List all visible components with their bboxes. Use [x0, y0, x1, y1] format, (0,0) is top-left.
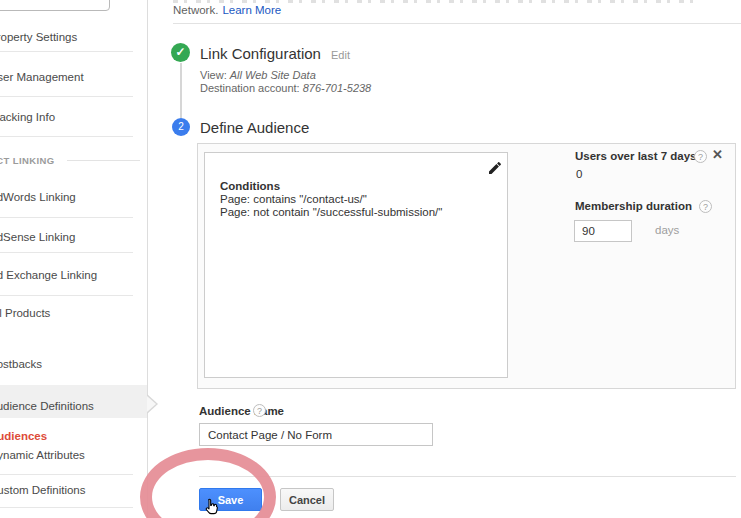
- divider: [0, 295, 133, 296]
- divider: [0, 252, 133, 253]
- search-input[interactable]: [0, 0, 110, 11]
- save-button[interactable]: Save: [199, 488, 262, 511]
- divider: [0, 51, 133, 52]
- step1-destination-line: Destination account: 876-701-5238: [200, 82, 371, 94]
- sidebar-item-custom-definitions[interactable]: Custom Definitions: [0, 484, 86, 497]
- divider: [0, 136, 133, 137]
- membership-duration-input[interactable]: [574, 220, 632, 242]
- step1-title: Link Configuration: [200, 45, 321, 62]
- sidebar-section-product-linking: PRODUCT LINKING: [0, 155, 55, 166]
- sidebar-item-tracking-info[interactable]: Tracking Info: [0, 111, 55, 124]
- sidebar-item-postbacks[interactable]: Postbacks: [0, 358, 42, 371]
- intro-sentence-end: Network.: [173, 4, 218, 16]
- edit-pencil-icon[interactable]: [487, 160, 503, 176]
- divider: [0, 96, 133, 97]
- selected-section-arrow-icon: [147, 396, 156, 412]
- destination-value: 876-701-5238: [303, 82, 372, 94]
- condition-rule: Page: not contain "/successful-submissio…: [220, 206, 442, 218]
- stepper-connector: [180, 63, 182, 118]
- conditions-title: Conditions: [220, 180, 280, 192]
- sidebar-item-audience-definitions[interactable]: Audience Definitions: [0, 400, 94, 413]
- cancel-button[interactable]: Cancel: [280, 488, 334, 511]
- help-icon[interactable]: ?: [699, 200, 712, 213]
- audience-name-input[interactable]: [199, 423, 433, 446]
- help-icon[interactable]: ?: [694, 150, 707, 163]
- close-icon[interactable]: ✕: [712, 148, 723, 161]
- divider: [0, 217, 133, 218]
- step2-badge: 2: [172, 118, 190, 136]
- divider: [173, 23, 741, 24]
- sidebar-item-adsense-linking[interactable]: AdSense Linking: [0, 231, 75, 244]
- sidebar-item-all-products[interactable]: All Products: [0, 307, 50, 320]
- edit-link[interactable]: Edit: [331, 49, 350, 61]
- divider: [67, 160, 140, 161]
- step1-check-icon: ✓: [171, 43, 190, 62]
- admin-sidebar: Property Settings User Management Tracki…: [0, 0, 148, 518]
- audience-name-label: Audience name: [199, 405, 284, 417]
- sidebar-item-adwords-linking[interactable]: AdWords Linking: [0, 191, 76, 204]
- sidebar-item-dynamic-attributes[interactable]: Dynamic Attributes: [0, 449, 85, 462]
- sidebar-item-audiences[interactable]: Audiences: [0, 430, 47, 443]
- view-label: View:: [200, 69, 227, 81]
- help-icon[interactable]: ?: [253, 404, 266, 417]
- step1-view-line: View: All Web Site Data: [200, 69, 316, 81]
- membership-duration-label: Membership duration: [575, 200, 692, 212]
- sidebar-item-property-settings[interactable]: Property Settings: [0, 31, 77, 44]
- analytics-admin-page: Property Settings User Management Tracki…: [0, 0, 741, 518]
- destination-label: Destination account:: [200, 82, 300, 94]
- clipped-text-fragment: [173, 0, 693, 3]
- users-7days-label: Users over last 7 days: [575, 150, 696, 162]
- condition-rule: Page: contains "/contact-us/": [220, 193, 367, 205]
- step2-title: Define Audience: [200, 119, 309, 136]
- intro-text: Network.Learn More: [173, 4, 281, 16]
- users-7days-value: 0: [576, 168, 582, 180]
- divider: [199, 476, 736, 477]
- view-value: All Web Site Data: [230, 69, 316, 81]
- days-unit-label: days: [655, 224, 679, 236]
- sidebar-item-user-management[interactable]: User Management: [0, 71, 84, 84]
- sidebar-item-ad-exchange-linking[interactable]: Ad Exchange Linking: [0, 269, 97, 282]
- divider: [0, 507, 133, 508]
- learn-more-link[interactable]: Learn More: [222, 4, 281, 16]
- divider: [0, 474, 133, 475]
